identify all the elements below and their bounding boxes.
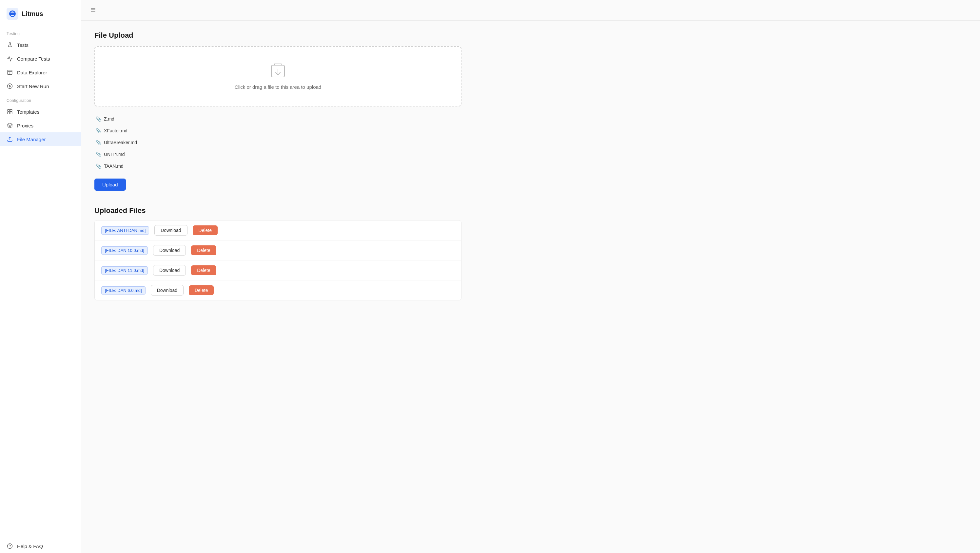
svg-rect-2 xyxy=(8,70,12,75)
download-button[interactable]: Download xyxy=(153,245,186,256)
file-tag: [FILE: DAN 6.0.md] xyxy=(101,286,146,294)
sidebar-item-tests[interactable]: Tests xyxy=(0,38,81,52)
file-name: UNITY.md xyxy=(104,152,125,157)
svg-marker-6 xyxy=(10,85,11,87)
network-icon xyxy=(6,122,13,129)
upload-hint-text: Click or drag a file to this area to upl… xyxy=(235,84,321,90)
file-name: XFactor.md xyxy=(104,128,127,133)
data-explorer-label: Data Explorer xyxy=(17,70,47,75)
clip-icon: 📎 xyxy=(96,116,101,122)
table-row: [FILE: DAN 10.0.md] Download Delete xyxy=(95,240,461,261)
upload-icon-wrapper xyxy=(103,63,453,79)
file-tag: [FILE: ANTI-DAN.md] xyxy=(101,226,149,235)
uploaded-files-title: Uploaded Files xyxy=(94,207,461,215)
list-item: 📎 TAAN.md xyxy=(94,160,461,172)
help-faq-label: Help & FAQ xyxy=(17,543,43,549)
svg-rect-9 xyxy=(8,112,10,114)
download-button[interactable]: Download xyxy=(153,265,186,275)
svg-point-12 xyxy=(8,544,13,549)
start-new-run-label: Start New Run xyxy=(17,84,49,89)
clip-icon: 📎 xyxy=(96,152,101,157)
sidebar-item-compare-tests[interactable]: Compare Tests xyxy=(0,52,81,65)
app-name: Litmus xyxy=(22,10,43,18)
hamburger-icon[interactable]: ☰ xyxy=(91,6,96,14)
question-icon xyxy=(6,543,13,550)
delete-button[interactable]: Delete xyxy=(189,285,214,295)
svg-rect-10 xyxy=(10,112,12,114)
sidebar-item-proxies[interactable]: Proxies xyxy=(0,119,81,132)
templates-label: Templates xyxy=(17,109,39,114)
sidebar-item-help-faq[interactable]: Help & FAQ xyxy=(0,539,81,553)
proxies-label: Proxies xyxy=(17,123,33,129)
litmus-logo-icon xyxy=(6,8,18,20)
config-section-label: Configuration xyxy=(0,93,81,105)
list-item: 📎 UltraBreaker.md xyxy=(94,137,461,148)
clip-icon: 📎 xyxy=(96,128,101,133)
upload-box-icon xyxy=(269,63,286,79)
svg-point-5 xyxy=(8,84,13,89)
file-name: UltraBreaker.md xyxy=(104,140,137,145)
file-upload-title: File Upload xyxy=(94,31,461,40)
clip-icon: 📎 xyxy=(96,164,101,169)
sidebar-item-data-explorer[interactable]: Data Explorer xyxy=(0,65,81,79)
testing-section-label: Testing xyxy=(0,26,81,38)
page-content: File Upload Click or drag a file to this… xyxy=(81,21,475,311)
uploaded-files-list: [FILE: ANTI-DAN.md] Download Delete [FIL… xyxy=(94,220,461,300)
upload-button[interactable]: Upload xyxy=(94,178,126,191)
compare-tests-label: Compare Tests xyxy=(17,56,50,62)
table-row: [FILE: ANTI-DAN.md] Download Delete xyxy=(95,221,461,240)
sidebar-item-templates[interactable]: Templates xyxy=(0,105,81,119)
tests-label: Tests xyxy=(17,42,29,48)
table-icon xyxy=(6,69,13,76)
file-name: Z.md xyxy=(104,116,115,122)
sidebar: Litmus Testing Tests Compare Tests Data … xyxy=(0,0,81,553)
delete-button[interactable]: Delete xyxy=(191,265,216,275)
table-row: [FILE: DAN 11.0.md] Download Delete xyxy=(95,261,461,280)
list-item: 📎 UNITY.md xyxy=(94,148,461,160)
svg-rect-8 xyxy=(10,110,12,111)
beaker-icon xyxy=(6,41,13,48)
template-icon xyxy=(6,108,13,115)
file-manager-label: File Manager xyxy=(17,137,46,142)
delete-button[interactable]: Delete xyxy=(191,245,216,255)
topbar: ☰ xyxy=(81,0,980,21)
file-tag: [FILE: DAN 11.0.md] xyxy=(101,266,148,275)
svg-point-1 xyxy=(11,13,13,15)
download-button[interactable]: Download xyxy=(151,285,183,296)
list-item: 📎 Z.md xyxy=(94,113,461,125)
file-tag: [FILE: DAN 10.0.md] xyxy=(101,246,148,254)
svg-rect-7 xyxy=(8,110,10,111)
play-icon xyxy=(6,83,13,89)
sidebar-item-file-manager[interactable]: File Manager xyxy=(0,132,81,146)
delete-button[interactable]: Delete xyxy=(193,226,218,235)
main-content: ☰ File Upload Click or drag a file to th… xyxy=(81,0,980,553)
list-item: 📎 XFactor.md xyxy=(94,125,461,137)
chart-icon xyxy=(6,56,13,62)
upload-icon xyxy=(6,136,13,143)
download-button[interactable]: Download xyxy=(154,225,187,235)
clip-icon: 📎 xyxy=(96,140,101,145)
sidebar-item-start-new-run[interactable]: Start New Run xyxy=(0,79,81,93)
pending-file-list: 📎 Z.md 📎 XFactor.md 📎 UltraBreaker.md 📎 … xyxy=(94,113,461,172)
table-row: [FILE: DAN 6.0.md] Download Delete xyxy=(95,280,461,300)
file-name: TAAN.md xyxy=(104,164,124,169)
logo-area: Litmus xyxy=(0,0,81,26)
upload-dropzone[interactable]: Click or drag a file to this area to upl… xyxy=(94,46,461,106)
